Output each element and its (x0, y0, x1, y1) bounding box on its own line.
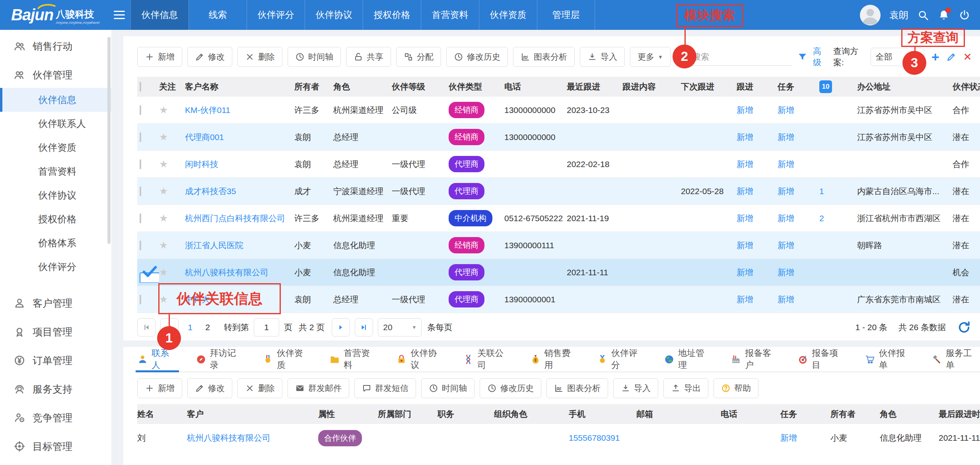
row-checkbox[interactable] (140, 241, 141, 250)
task-new-link[interactable]: 新增 (778, 105, 794, 115)
partner-toolbar-button-6[interactable]: 分配 (396, 47, 441, 67)
follow-new-link[interactable]: 新增 (737, 214, 753, 223)
tab-4[interactable]: 首营资料 (329, 347, 378, 372)
star-icon[interactable]: ★ (159, 185, 168, 197)
sidebar-subitem-4[interactable]: 伙伴联系人 (0, 112, 111, 136)
nav-item-1[interactable]: 伙伴信息 (130, 0, 189, 30)
task-new-link[interactable]: 新增 (778, 241, 794, 250)
edit-plan-button[interactable] (946, 51, 957, 63)
row-checkbox[interactable] (140, 132, 141, 142)
follow-new-link[interactable]: 新增 (737, 268, 753, 277)
tab-5[interactable]: 伙伴协议 (396, 347, 445, 372)
contact-toolbar-button-6[interactable]: 时间轴 (421, 378, 474, 398)
partner-name-link[interactable]: 代理商001 (185, 132, 224, 142)
tab-9[interactable]: 地址管理 (664, 347, 712, 372)
search-icon[interactable] (917, 9, 929, 21)
sidebar-item-11[interactable]: 客户管理 (0, 290, 111, 316)
partner-name-link[interactable]: 闲时科技 (185, 160, 218, 169)
follow-new-link[interactable]: 新增 (737, 241, 753, 250)
first-page-button[interactable] (137, 318, 156, 337)
row-checkbox[interactable] (140, 160, 141, 169)
star-icon[interactable]: ★ (159, 104, 168, 115)
follow-new-link[interactable]: 新增 (737, 187, 753, 196)
customer-link[interactable]: 杭州八骏科技有限公司 (187, 433, 270, 442)
tab-6[interactable]: 关联公司 (463, 347, 511, 372)
sidebar-subitem-5[interactable]: 伙伴资质 (0, 136, 111, 160)
sidebar-item-15[interactable]: 竞争管理 (0, 405, 111, 431)
select-all-checkbox[interactable] (140, 82, 141, 91)
star-icon[interactable]: ★ (159, 158, 168, 169)
tab-8[interactable]: 伙伴评分 (597, 347, 646, 372)
sidebar-item-2[interactable]: 伙伴管理 (0, 62, 111, 88)
follow-new-link[interactable]: 新增 (737, 105, 753, 115)
bell-icon[interactable] (938, 9, 950, 21)
star-icon[interactable]: ★ (159, 267, 168, 278)
contact-toolbar-button-3[interactable]: 删除 (237, 378, 282, 398)
task-new-link[interactable]: 新增 (778, 187, 794, 196)
contact-toolbar-button-1[interactable]: 新增 (137, 378, 182, 398)
star-icon[interactable]: ★ (159, 239, 168, 251)
task-new-link[interactable]: 新增 (780, 433, 797, 442)
task-new-link[interactable]: 新增 (778, 214, 794, 223)
sidebar-subitem-8[interactable]: 授权价格 (0, 207, 111, 231)
partner-name-link[interactable]: 杭州八骏科技有限公司 (185, 268, 268, 277)
page-number-2[interactable]: 2 (201, 323, 214, 332)
sidebar-subitem-9[interactable]: 价格体系 (0, 231, 111, 255)
mobile-link[interactable]: 15556780391 (569, 433, 620, 442)
task-new-link[interactable]: 新增 (778, 295, 794, 304)
tab-1[interactable]: 联系人 (137, 347, 177, 372)
partner-toolbar-button-1[interactable]: 新增 (137, 47, 182, 67)
power-icon[interactable] (959, 9, 970, 21)
partner-name-link[interactable]: 成才科技否35 (185, 187, 236, 196)
nav-item-8[interactable]: 管理层 (537, 0, 595, 30)
sidebar-subitem-6[interactable]: 首营资料 (0, 160, 111, 183)
partner-name-link[interactable]: 浙江省人民医院 (185, 241, 243, 250)
refresh-icon[interactable] (957, 320, 971, 335)
nav-item-3[interactable]: 伙伴评分 (247, 0, 305, 30)
sidebar-scrollbar[interactable] (107, 37, 111, 244)
contact-toolbar-button-5[interactable]: 群发短信 (354, 378, 416, 398)
last-page-button[interactable] (355, 318, 373, 337)
row-checkbox[interactable] (140, 272, 159, 283)
action-count-link[interactable]: 1 (819, 187, 824, 196)
partner-toolbar-button-7[interactable]: 修改历史 (446, 47, 508, 67)
tab-10[interactable]: 报备客户 (731, 347, 779, 372)
contact-toolbar-button-9[interactable]: 导入 (613, 378, 658, 398)
filter-funnel-icon[interactable] (797, 52, 807, 62)
contact-toolbar-button-2[interactable]: 修改 (187, 378, 232, 398)
star-icon[interactable]: ★ (159, 212, 168, 224)
row-checkbox[interactable] (140, 295, 141, 304)
partner-toolbar-button-8[interactable]: 图表分析 (513, 47, 575, 67)
tab-2[interactable]: 拜访记录 (196, 347, 244, 372)
tab-13[interactable]: 服务工单 (931, 347, 980, 372)
row-checkbox[interactable] (140, 214, 141, 223)
contact-toolbar-button-8[interactable]: 图表分析 (546, 378, 608, 398)
page-size-select[interactable]: 20 ▼ (378, 318, 422, 337)
sidebar-item-12[interactable]: 项目管理 (0, 319, 111, 345)
sidebar-subitem-10[interactable]: 伙伴评分 (0, 255, 111, 279)
contact-toolbar-button-11[interactable]: 帮助 (714, 378, 758, 398)
contact-toolbar-button-4[interactable]: 群发邮件 (288, 378, 349, 398)
nav-item-5[interactable]: 授权价格 (363, 0, 421, 30)
page-number-1[interactable]: 1 (183, 323, 197, 332)
advanced-search-link[interactable]: 高级 (813, 46, 828, 68)
nav-item-6[interactable]: 首营资料 (421, 0, 479, 30)
partner-toolbar-button-4[interactable]: 时间轴 (288, 47, 341, 67)
sidebar-item-14[interactable]: 服务支持 (0, 376, 111, 402)
row-checkbox[interactable] (140, 187, 141, 196)
sidebar-item-16[interactable]: 目标管理 (0, 433, 111, 459)
contact-toolbar-button-7[interactable]: 修改历史 (480, 378, 541, 398)
task-new-link[interactable]: 新增 (778, 132, 794, 142)
sidebar-subitem-7[interactable]: 伙伴协议 (0, 183, 111, 207)
star-icon[interactable]: ★ (159, 131, 168, 142)
add-plan-button[interactable]: + (930, 51, 941, 63)
tab-7[interactable]: 销售费用 (530, 347, 579, 372)
delete-plan-button[interactable]: ✕ (962, 51, 973, 63)
next-page-button[interactable] (332, 318, 350, 337)
contact-toolbar-button-10[interactable]: 导出 (663, 378, 708, 398)
follow-new-link[interactable]: 新增 (737, 295, 753, 304)
partner-toolbar-button-9[interactable]: 导入 (580, 47, 625, 67)
sidebar-item-13[interactable]: 订单管理 (0, 347, 111, 374)
nav-item-2[interactable]: 线索 (189, 0, 247, 30)
goto-page-input[interactable] (254, 318, 279, 337)
